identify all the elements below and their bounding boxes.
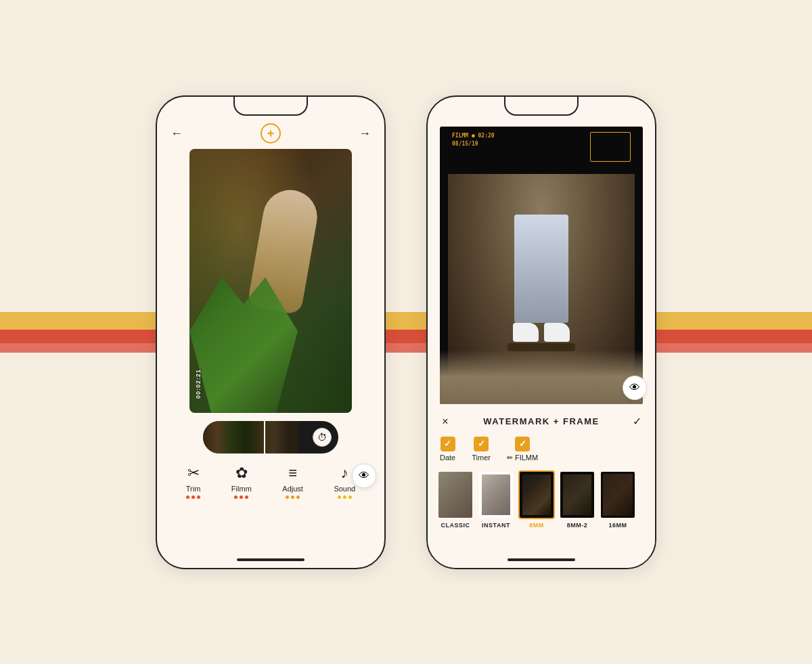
phone-left-content: ← + → 00:02:21 ⏱ 👁 [157, 97, 384, 568]
dot [234, 495, 238, 499]
dot [286, 495, 289, 499]
filmm-checkbox-text: FILMM [515, 453, 538, 462]
sound-button[interactable]: ♪ Sound [334, 464, 355, 499]
date-label: Date [440, 453, 455, 462]
adjust-icon: ≡ [288, 464, 297, 482]
frame-instant[interactable]: INSTANT [478, 470, 514, 529]
frame-label-8mm2: 8MM-2 [567, 522, 588, 529]
phone-right-content: FILMM ● 02:20 08/15/19 [428, 97, 655, 568]
timer-label: Timer [472, 453, 491, 462]
frame-classic[interactable]: CLASSIC [437, 470, 474, 529]
app-container: ← + → 00:02:21 ⏱ 👁 [0, 0, 812, 664]
add-button[interactable]: + [261, 123, 281, 143]
panel-header: × WATERMARK + FRAME ✓ [437, 411, 646, 437]
home-indicator-right [508, 558, 575, 561]
shoe-left [513, 323, 539, 342]
frame-16mm[interactable]: 16MM [600, 470, 636, 529]
vhs-box [590, 132, 631, 162]
panel-title: WATERMARK + FRAME [483, 416, 600, 426]
dot [240, 495, 243, 499]
timeline-bar[interactable]: ⏱ [203, 421, 338, 453]
frame-label-instant: INSTANT [482, 522, 510, 529]
dot [186, 495, 189, 499]
dot [338, 495, 341, 499]
adjust-label: Adjust [282, 485, 303, 493]
adjust-button[interactable]: ≡ Adjust [282, 464, 303, 499]
vhs-overlay: FILMM ● 02:20 08/15/19 [452, 132, 495, 150]
frames-row: CLASSIC INSTANT 8MM [437, 470, 646, 531]
timer-checkbox[interactable]: ✓ Timer [472, 437, 491, 462]
film-border-top: FILMM ● 02:20 08/15/19 [440, 127, 643, 174]
frame-thumb-classic [437, 470, 474, 519]
shoes-visual [501, 323, 582, 342]
notch-left [233, 97, 308, 116]
dot [191, 495, 195, 499]
video-preview-left: 00:02:21 [189, 149, 352, 413]
sound-icon: ♪ [341, 464, 348, 482]
dot [291, 495, 294, 499]
panel-confirm-button[interactable]: ✓ [629, 414, 646, 430]
panel-close-button[interactable]: × [437, 414, 453, 430]
filmm-pencil-icon: ✏ [507, 453, 513, 462]
frame-label-8mm: 8MM [529, 522, 544, 529]
date-checkbox-icon: ✓ [441, 437, 455, 451]
trim-icon: ✂ [187, 464, 200, 482]
timer-checkbox-icon: ✓ [474, 437, 489, 451]
frame-label-16mm: 16MM [608, 522, 627, 529]
shoe-right [544, 323, 570, 342]
forward-arrow[interactable]: → [359, 127, 371, 141]
ground-visual [440, 350, 643, 404]
back-arrow[interactable]: ← [171, 127, 183, 141]
timeline-strip [203, 421, 298, 453]
phone-right: FILMM ● 02:20 08/15/19 [426, 95, 656, 569]
checkboxes-row: ✓ Date ✓ Timer ✓ ✏ FILMM [437, 437, 646, 462]
filmm-checkbox-label: ✏ FILMM [507, 453, 538, 462]
frame-visual-16mm [601, 472, 635, 518]
dot [296, 495, 300, 499]
trim-label: Trim [186, 485, 201, 493]
video-preview-right: FILMM ● 02:20 08/15/19 [440, 127, 643, 404]
sound-dots [338, 495, 352, 499]
phone-left: ← + → 00:02:21 ⏱ 👁 [156, 95, 386, 569]
dot [343, 495, 346, 499]
vhs-filmm: FILMM ● 02:20 [452, 133, 495, 139]
timeline-clock[interactable]: ⏱ [313, 428, 332, 447]
filmm-dots [234, 495, 248, 499]
preview-eye-button-right[interactable]: 👁 [623, 376, 647, 400]
filmm-checkbox[interactable]: ✓ ✏ FILMM [507, 437, 538, 462]
frame-visual-8mm2 [560, 472, 594, 518]
frame-thumb-8mm2 [559, 470, 595, 519]
frame-8mm[interactable]: 8MM [518, 470, 555, 529]
trim-dots [186, 495, 200, 499]
skater-visual [501, 215, 582, 363]
frame-thumb-8mm [518, 470, 555, 519]
notch-right [504, 97, 579, 116]
action-buttons: ✂ Trim ✿ Filmm [157, 464, 384, 499]
filmm-label: Filmm [231, 485, 252, 493]
filmm-checkbox-icon: ✓ [515, 437, 530, 451]
vhs-date: 08/15/19 [452, 141, 478, 147]
frame-visual-classic [438, 472, 472, 518]
sound-label: Sound [334, 485, 355, 493]
frame-8mm2[interactable]: 8MM-2 [559, 470, 595, 529]
frame-visual-8mm [520, 472, 554, 518]
dot [245, 495, 248, 499]
top-bar-left: ← + → [157, 121, 384, 146]
filmm-icon: ✿ [235, 464, 248, 482]
trim-button[interactable]: ✂ Trim [186, 464, 201, 499]
preview-eye-button-left[interactable]: 👁 [352, 464, 376, 488]
dot [197, 495, 200, 499]
home-indicator-left [237, 558, 304, 561]
frame-label-classic: CLASSIC [441, 522, 470, 529]
film-content: 00:02:21 [189, 149, 352, 413]
dot [348, 495, 352, 499]
timeline-cursor [264, 421, 265, 453]
frame-visual-instant [479, 472, 513, 518]
date-checkbox[interactable]: ✓ Date [440, 437, 455, 462]
watermark-frame-panel: × WATERMARK + FRAME ✓ ✓ Date ✓ Timer ✓ [428, 404, 655, 568]
frame-thumb-16mm [600, 470, 636, 519]
frame-thumb-instant [478, 470, 514, 519]
adjust-dots [286, 495, 300, 499]
filmm-button[interactable]: ✿ Filmm [231, 464, 252, 499]
video-timestamp: 00:02:21 [195, 369, 202, 399]
